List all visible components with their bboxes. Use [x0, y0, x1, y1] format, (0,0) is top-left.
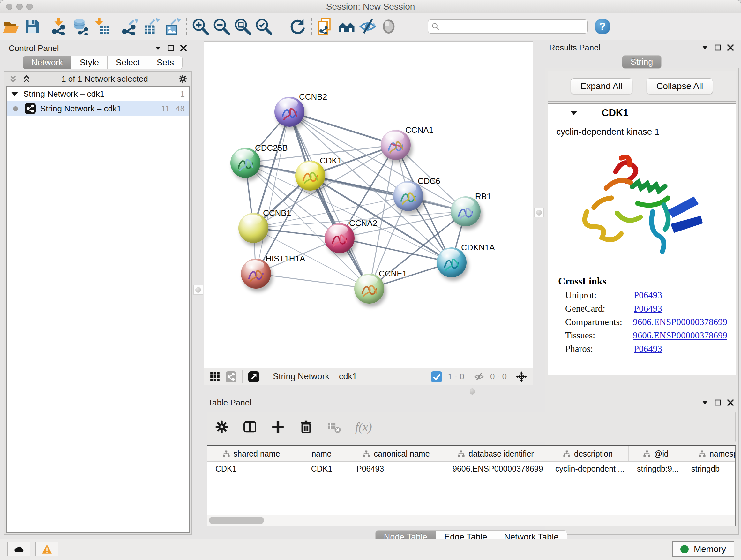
network-edges[interactable] — [204, 42, 533, 368]
table-cell[interactable]: P06493 — [348, 462, 444, 476]
show-columns-icon[interactable] — [243, 420, 257, 434]
tab-style[interactable]: Style — [71, 56, 108, 69]
save-session-button[interactable] — [21, 16, 43, 37]
zoom-out-button[interactable] — [211, 16, 232, 37]
search-box[interactable] — [428, 19, 588, 34]
column-header-namespace[interactable]: namespace — [683, 446, 736, 461]
crosslink-link[interactable]: 9606.ENSP00000378699 — [633, 317, 727, 327]
float-panel-icon[interactable] — [714, 44, 722, 51]
expand-all-icon[interactable] — [22, 74, 31, 84]
first-neighbors-button[interactable] — [336, 16, 357, 37]
help-button[interactable]: ? — [595, 18, 610, 35]
gear-icon[interactable] — [178, 74, 188, 84]
hidden-eye-icon — [474, 371, 484, 382]
gene-entry-header[interactable]: CDK1 — [548, 104, 736, 122]
crosslink-link[interactable]: P06493 — [634, 303, 662, 314]
close-panel-icon[interactable] — [727, 399, 734, 407]
table-cell[interactable]: cyclin-dependent ... — [547, 462, 629, 476]
float-panel-icon[interactable] — [167, 44, 175, 52]
expand-all-button[interactable]: Expand All — [570, 78, 632, 94]
table-cell[interactable]: stringdb:9... — [629, 462, 683, 476]
network-edge[interactable] — [340, 238, 452, 262]
panel-menu-icon[interactable] — [154, 44, 162, 52]
right-splitter-handle[interactable] — [534, 208, 544, 217]
panel-menu-icon[interactable] — [701, 44, 709, 51]
gene-description: cyclin-dependent kinase 1 — [556, 127, 727, 137]
network-edge[interactable] — [256, 112, 289, 273]
zoom-out-icon — [212, 17, 230, 36]
network-edge[interactable] — [289, 112, 396, 145]
column-header-database-identifier[interactable]: database identifier — [444, 446, 547, 461]
warnings-button[interactable] — [36, 542, 58, 557]
protein-structure-thumbnail — [441, 253, 462, 274]
delete-column-icon[interactable] — [299, 420, 313, 434]
network-view-toolbar: String Network – cdk1 1 - 0 0 - 0 — [204, 368, 533, 385]
tab-sets[interactable]: Sets — [148, 56, 183, 69]
bottom-splitter-handle[interactable] — [470, 388, 475, 395]
tab-select[interactable]: Select — [108, 56, 148, 69]
collapse-all-button[interactable]: Collapse All — [647, 78, 713, 94]
new-network-from-selection-button[interactable] — [315, 16, 336, 37]
collapse-triangle-icon[interactable] — [570, 111, 577, 115]
center-view-button[interactable] — [516, 371, 527, 382]
toolbar-separator — [311, 17, 312, 37]
column-header--id[interactable]: @id — [629, 446, 683, 461]
import-network-file-button[interactable] — [50, 16, 71, 37]
horizontal-scrollbar[interactable] — [207, 515, 735, 525]
float-panel-icon[interactable] — [714, 399, 722, 407]
export-network-button[interactable] — [120, 16, 141, 37]
network-view-mode-button[interactable] — [226, 371, 237, 382]
column-header-shared-name[interactable]: shared name — [207, 446, 295, 461]
control-panel: Control Panel Network Style Select Sets … — [4, 42, 192, 536]
network-row[interactable]: String Network – cdk1 11 48 — [7, 101, 189, 116]
table-row[interactable]: CDK1CDK1P064939606.ENSP00000378699cyclin… — [207, 462, 735, 476]
search-input[interactable] — [440, 21, 587, 32]
show-all-button[interactable] — [378, 16, 399, 37]
save-floppy-icon — [23, 17, 41, 36]
left-splitter-handle[interactable] — [193, 285, 203, 295]
close-panel-icon[interactable] — [180, 44, 187, 52]
network-icon — [25, 103, 36, 114]
export-image-button[interactable] — [162, 16, 183, 37]
import-network-database-button[interactable] — [71, 16, 91, 37]
import-table-button[interactable] — [91, 16, 113, 37]
birdseye-toggle-button[interactable] — [248, 371, 259, 382]
gear-icon[interactable] — [215, 420, 229, 434]
tab-string[interactable]: String — [622, 55, 662, 69]
panel-menu-icon[interactable] — [701, 399, 709, 407]
apply-layout-button[interactable] — [287, 16, 308, 37]
network-canvas[interactable]: CCNB2CCNA1CDC25BCDK1CDC6RB1CCNB1CCNA2CDK… — [204, 42, 533, 368]
column-header-description[interactable]: description — [547, 446, 629, 461]
crosslink-link[interactable]: P06493 — [634, 290, 662, 300]
collapse-triangle-icon[interactable] — [11, 91, 18, 96]
open-session-button[interactable] — [0, 16, 21, 37]
grid-toggle-button[interactable] — [210, 371, 220, 382]
zoom-fit-button[interactable] — [232, 16, 253, 37]
table-cell[interactable]: stringdb — [683, 462, 736, 476]
export-image-icon — [163, 17, 181, 36]
table-cell[interactable]: CDK1 — [207, 462, 295, 476]
export-table-button[interactable] — [141, 16, 162, 37]
column-header-name[interactable]: name — [295, 446, 348, 461]
close-panel-icon[interactable] — [727, 44, 734, 51]
crosslink-link[interactable]: P06493 — [634, 344, 662, 354]
memory-button[interactable]: Memory — [672, 542, 734, 557]
zoom-in-button[interactable] — [190, 16, 211, 37]
selected-checkbox-icon[interactable] — [431, 371, 442, 382]
collapse-all-icon[interactable] — [8, 74, 18, 84]
crosslink-label: Tissues: — [565, 330, 633, 341]
tab-network[interactable]: Network — [23, 56, 71, 69]
network-edge[interactable] — [256, 273, 369, 289]
cloud-status-button[interactable] — [7, 542, 30, 557]
table-cell[interactable]: CDK1 — [295, 462, 348, 476]
zoom-selected-button[interactable] — [253, 16, 274, 37]
hide-selected-button[interactable] — [357, 16, 378, 37]
column-header-canonical-name[interactable]: canonical name — [348, 446, 444, 461]
add-column-icon[interactable] — [271, 420, 285, 434]
table-toolbar: f(x) — [207, 412, 736, 442]
network-collection-row[interactable]: String Network – cdk1 1 — [7, 86, 189, 101]
table-cell[interactable]: 9606.ENSP00000378699 — [444, 462, 547, 476]
node-table[interactable]: shared namenamecanonical namedatabase id… — [207, 445, 736, 526]
crosslink-link[interactable]: 9606.ENSP00000378699 — [633, 330, 727, 341]
scrollbar-thumb[interactable] — [209, 516, 264, 524]
